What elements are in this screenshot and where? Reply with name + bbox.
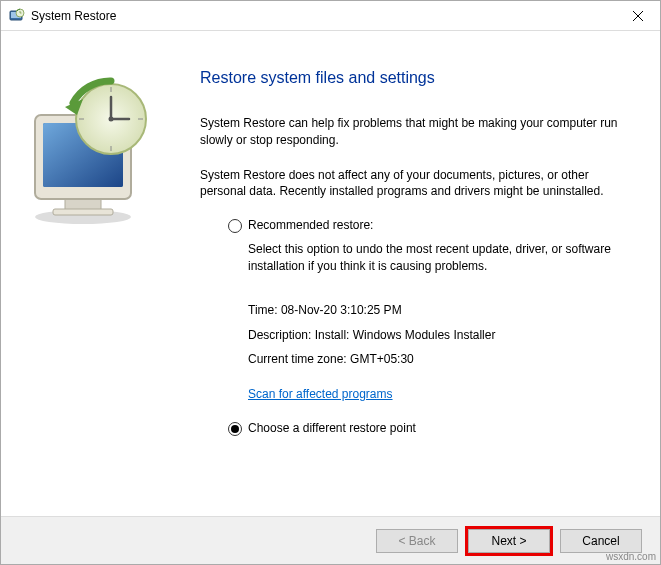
titlebar: System Restore — [1, 1, 660, 31]
watermark: wsxdn.com — [606, 551, 656, 562]
different-restore-label: Choose a different restore point — [248, 421, 416, 435]
restore-timezone-row: Current time zone: GMT+05:30 — [248, 348, 636, 371]
restore-time-row: Time: 08-Nov-20 3:10:25 PM — [248, 299, 636, 322]
timezone-label: Current time zone: — [248, 352, 350, 366]
recommended-restore-label: Recommended restore: — [248, 218, 373, 232]
description-label: Description: — [248, 328, 315, 342]
time-label: Time: — [248, 303, 281, 317]
system-restore-icon — [9, 8, 25, 24]
back-button: < Back — [376, 529, 458, 553]
content-area: Restore system files and settings System… — [1, 31, 660, 516]
button-footer: < Back Next > Cancel — [1, 516, 660, 564]
timezone-value: GMT+05:30 — [350, 352, 414, 366]
next-button[interactable]: Next > — [468, 529, 550, 553]
radio-icon — [228, 219, 242, 233]
cancel-button[interactable]: Cancel — [560, 529, 642, 553]
intro-paragraph-1: System Restore can help fix problems tha… — [200, 115, 636, 149]
restore-description-row: Description: Install: Windows Modules In… — [248, 324, 636, 347]
left-column — [25, 55, 190, 516]
window-title: System Restore — [31, 9, 116, 23]
description-value: Install: Windows Modules Installer — [315, 328, 496, 342]
close-icon — [633, 11, 643, 21]
svg-rect-5 — [53, 209, 113, 215]
different-restore-option[interactable]: Choose a different restore point — [228, 421, 636, 436]
radio-icon — [228, 422, 242, 436]
scan-affected-programs-link[interactable]: Scan for affected programs — [248, 387, 393, 401]
recommended-restore-option[interactable]: Recommended restore: — [228, 218, 636, 233]
recommended-restore-description: Select this option to undo the most rece… — [248, 241, 626, 275]
time-value: 08-Nov-20 3:10:25 PM — [281, 303, 402, 317]
svg-point-16 — [109, 117, 114, 122]
system-restore-graphic — [25, 77, 145, 207]
right-column: Restore system files and settings System… — [190, 55, 636, 516]
close-button[interactable] — [616, 1, 660, 31]
restore-details: Time: 08-Nov-20 3:10:25 PM Description: … — [248, 299, 636, 371]
page-heading: Restore system files and settings — [200, 69, 636, 87]
intro-paragraph-2: System Restore does not affect any of yo… — [200, 167, 636, 201]
